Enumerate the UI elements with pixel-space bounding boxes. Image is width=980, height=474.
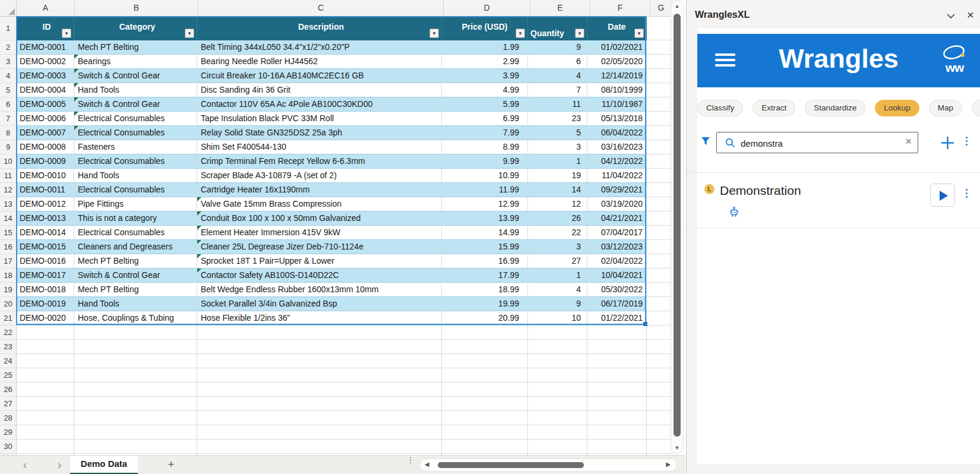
cell-price[interactable]: 13.99 <box>442 211 528 226</box>
list-kebab-icon[interactable] <box>966 137 968 146</box>
cell-date[interactable]: 04/12/2022 <box>587 154 647 169</box>
cell-empty[interactable] <box>647 240 672 254</box>
cell-empty[interactable] <box>647 283 672 297</box>
item-kebab-icon[interactable] <box>966 189 968 198</box>
cell-date[interactable]: 02/04/2022 <box>587 254 647 268</box>
cell-id[interactable]: DEMO-0020 <box>17 311 74 326</box>
run-wrangle-button[interactable] <box>930 184 955 207</box>
cell-empty[interactable] <box>197 383 442 397</box>
cell-empty[interactable] <box>647 17 672 40</box>
cell-id[interactable]: DEMO-0011 <box>17 183 74 197</box>
search-input[interactable] <box>739 134 884 152</box>
filter-dropdown-icon[interactable]: ▾ <box>575 29 584 38</box>
column-letter-c[interactable]: C <box>198 0 444 16</box>
cell-id[interactable]: DEMO-0008 <box>17 140 74 154</box>
cell-date[interactable]: 05/13/2018 <box>587 112 647 126</box>
close-icon[interactable]: × <box>965 8 976 22</box>
row-number[interactable]: 20 <box>0 297 17 311</box>
cell-quantity[interactable]: 4 <box>528 69 587 83</box>
cell-empty[interactable] <box>442 383 528 397</box>
cell-price[interactable]: 17.99 <box>442 268 528 283</box>
cell-description[interactable]: Shim Set F400544-130 <box>197 140 442 154</box>
cell-category[interactable]: Electrical Consumables <box>74 154 197 169</box>
cell-category[interactable]: Electrical Consumables <box>74 183 197 197</box>
cell-description[interactable]: Bearing Needle Roller HJ44562 <box>197 55 442 69</box>
cell-empty[interactable] <box>197 425 442 440</box>
cell-empty[interactable] <box>197 368 442 383</box>
row-number[interactable]: 27 <box>0 397 17 411</box>
cell-empty[interactable] <box>442 440 528 454</box>
row-number[interactable]: 14 <box>0 211 17 226</box>
cell-empty[interactable] <box>647 83 672 97</box>
cell-date[interactable]: 11/04/2022 <box>587 169 647 183</box>
tab-recipe[interactable]: Recipe <box>972 100 980 116</box>
cell-category[interactable]: Switch & Control Gear <box>74 268 197 283</box>
cell-description[interactable]: Belt Wedge Endless Rubber 1600x13mm 10mm <box>197 283 442 297</box>
cell-empty[interactable] <box>647 197 672 211</box>
cell-date[interactable]: 01/22/2021 <box>587 311 647 326</box>
row-number[interactable]: 22 <box>0 326 17 340</box>
filter-dropdown-icon[interactable]: ▾ <box>516 29 525 38</box>
cell-date[interactable]: 03/12/2023 <box>587 240 647 254</box>
cell-price[interactable]: 15.99 <box>442 240 528 254</box>
cell-date[interactable]: 09/29/2021 <box>587 183 647 197</box>
cell-empty[interactable] <box>17 383 74 397</box>
cell-id[interactable]: DEMO-0001 <box>17 40 74 55</box>
cell-quantity[interactable]: 3 <box>528 240 587 254</box>
cell-empty[interactable] <box>197 340 442 354</box>
cell-id[interactable]: DEMO-0012 <box>17 197 74 211</box>
cell-empty[interactable] <box>647 211 672 226</box>
cell-description[interactable]: Cleaner 25L Degrease Jizer Deb-710-1124e <box>197 240 442 254</box>
row-number[interactable]: 21 <box>0 311 17 326</box>
clear-search-icon[interactable]: × <box>905 135 912 148</box>
cell-quantity[interactable]: 1 <box>528 268 587 283</box>
cell-empty[interactable] <box>74 326 197 340</box>
cell-date[interactable]: 01/02/2021 <box>587 40 647 55</box>
cell-category[interactable]: Hand Tools <box>74 83 197 97</box>
cell-date[interactable]: 03/19/2020 <box>587 197 647 211</box>
cell-price[interactable]: 1.99 <box>442 40 528 55</box>
cell-empty[interactable] <box>528 326 587 340</box>
column-letter-b[interactable]: B <box>75 0 198 16</box>
filter-icon[interactable] <box>701 137 710 148</box>
cell-empty[interactable] <box>587 368 647 383</box>
cell-quantity[interactable]: 5 <box>528 126 587 140</box>
cell-date[interactable]: 03/16/2023 <box>587 140 647 154</box>
cell-empty[interactable] <box>442 425 528 440</box>
row-number[interactable]: 4 <box>0 69 17 83</box>
cell-id[interactable]: DEMO-0017 <box>17 268 74 283</box>
filter-dropdown-icon[interactable]: ▾ <box>62 29 71 38</box>
cell-empty[interactable] <box>197 354 442 368</box>
prev-sheet-icon[interactable]: ‹ <box>19 456 31 474</box>
cell-empty[interactable] <box>17 326 74 340</box>
cell-description[interactable]: Sprocket 18T 1 Pair=Upper & Lower <box>197 254 442 268</box>
cell-id[interactable]: DEMO-0004 <box>17 83 74 97</box>
cell-empty[interactable] <box>74 397 197 411</box>
cell-empty[interactable] <box>647 326 672 340</box>
cell-description[interactable]: Socket Parallel 3/4in Galvanized Bsp <box>197 297 442 311</box>
cell-category[interactable]: Hand Tools <box>74 169 197 183</box>
row-number[interactable]: 1 <box>0 17 17 40</box>
cell-empty[interactable] <box>528 411 587 425</box>
cell-quantity[interactable]: 4 <box>528 283 587 297</box>
cell-description[interactable]: Relay Solid State GN325DSZ 25a 3ph <box>197 126 442 140</box>
cell-id[interactable]: DEMO-0009 <box>17 154 74 169</box>
cell-empty[interactable] <box>17 368 74 383</box>
column-letter-a[interactable]: A <box>17 0 75 16</box>
cell-empty[interactable] <box>197 411 442 425</box>
cell-empty[interactable] <box>587 440 647 454</box>
cell-empty[interactable] <box>442 411 528 425</box>
cell-empty[interactable] <box>647 112 672 126</box>
cell-empty[interactable] <box>647 40 672 55</box>
cell-description[interactable]: Circuit Breaker 10-16A AB140MC2EC16 GB <box>197 69 442 83</box>
cell-empty[interactable] <box>647 368 672 383</box>
row-number[interactable]: 18 <box>0 268 17 283</box>
cell-price[interactable]: 11.99 <box>442 183 528 197</box>
row-number[interactable]: 7 <box>0 112 17 126</box>
cell-empty[interactable] <box>197 326 442 340</box>
cell-id[interactable]: DEMO-0019 <box>17 297 74 311</box>
cell-empty[interactable] <box>74 368 197 383</box>
row-number[interactable]: 23 <box>0 340 17 354</box>
scroll-down-icon[interactable]: ▼ <box>671 445 683 451</box>
cell-description[interactable]: Belt Timing 344xL050 34.4"x1/2"x0.20"P <box>197 40 442 55</box>
